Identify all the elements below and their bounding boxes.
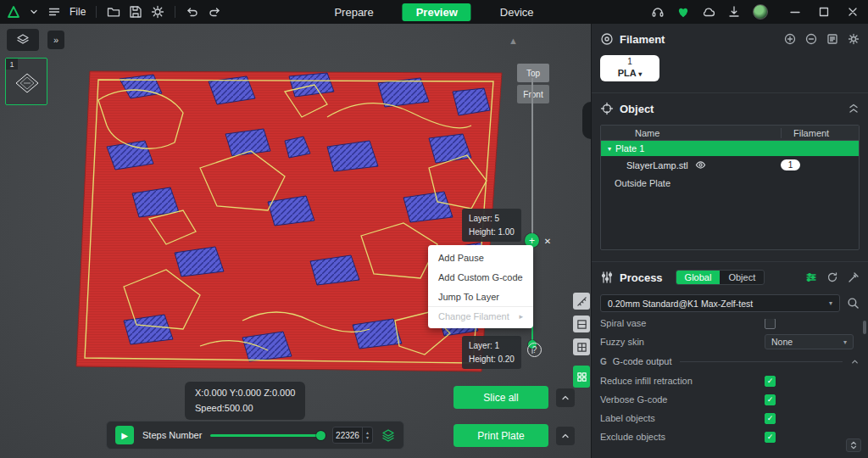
scope-object[interactable]: Object bbox=[720, 271, 764, 284]
chevron-up-icon[interactable] bbox=[850, 357, 860, 366]
process-sliders-icon bbox=[600, 271, 614, 284]
grid-view-button[interactable] bbox=[573, 338, 590, 355]
expand-triangle-icon[interactable]: ▾ bbox=[608, 145, 611, 153]
gcode-output-group[interactable]: G G-code output bbox=[600, 351, 860, 371]
apps-panel-button[interactable] bbox=[573, 366, 590, 388]
menu-item-jump-to-layer[interactable]: Jump To Layer bbox=[428, 287, 533, 306]
flush-options-icon[interactable] bbox=[826, 33, 838, 45]
panel-collapse-handle[interactable] bbox=[582, 102, 591, 139]
filament-slot-number: 1 bbox=[600, 57, 659, 68]
file-menu[interactable]: File bbox=[70, 6, 86, 18]
stepper-down-icon[interactable]: ▾ bbox=[366, 435, 369, 440]
scope-global[interactable]: Global bbox=[676, 271, 721, 284]
section-view-button[interactable] bbox=[573, 316, 590, 332]
tab-preview[interactable]: Preview bbox=[403, 3, 471, 21]
help-button[interactable]: ? bbox=[527, 343, 542, 357]
preview-viewport[interactable]: » 1 ▲ Top Front + ✕ Layer: 5 Height: 1.0… bbox=[0, 24, 591, 458]
layer-tooltip-bottom-layer: Layer: 1 bbox=[469, 339, 515, 353]
expand-toolbar-button[interactable]: » bbox=[47, 31, 64, 49]
checkbox-reduce-infill-retraction[interactable]: ✓ bbox=[765, 376, 776, 387]
print-plate-button[interactable]: Print Plate bbox=[453, 424, 548, 447]
steps-slider[interactable] bbox=[210, 434, 324, 437]
fuzzy-skin-select[interactable]: None ▾ bbox=[765, 334, 854, 349]
headset-support-icon[interactable] bbox=[651, 5, 665, 19]
settings-scrollbar[interactable] bbox=[863, 321, 866, 334]
table-row-plate-1[interactable]: ▾ Plate 1 bbox=[601, 141, 859, 156]
search-preset-icon[interactable] bbox=[847, 297, 860, 310]
table-row-outside-plate[interactable]: Outside Plate bbox=[601, 174, 859, 192]
add-filament-icon[interactable] bbox=[784, 33, 796, 45]
cloud-icon[interactable] bbox=[702, 5, 715, 19]
position-speed: Speed:500.00 bbox=[195, 401, 295, 416]
object-table-header: Name Filament bbox=[601, 126, 859, 141]
filament-settings-gear-icon[interactable] bbox=[848, 33, 860, 45]
plate-thumbnail-preview bbox=[13, 69, 42, 98]
tab-device[interactable]: Device bbox=[492, 3, 542, 21]
measure-icon bbox=[576, 296, 587, 307]
play-button[interactable]: ▶ bbox=[115, 426, 134, 444]
slice-options-button[interactable] bbox=[556, 388, 575, 407]
setting-label: Verbose G-code bbox=[600, 394, 668, 405]
chevron-down-icon[interactable] bbox=[29, 7, 39, 17]
setting-label-objects: Label objects ✓ bbox=[600, 409, 860, 427]
object-name: SlayerLamp.stl bbox=[626, 160, 688, 170]
menu-icon[interactable] bbox=[47, 5, 61, 19]
filament-material-dropdown[interactable]: PLA ▾ bbox=[600, 68, 659, 80]
pan-up-arrow-icon[interactable]: ▲ bbox=[509, 36, 518, 46]
menu-item-add-custom-gcode[interactable]: Add Custom G-code bbox=[428, 267, 533, 287]
checkbox-spiral-vase[interactable] bbox=[765, 319, 776, 329]
section-icon bbox=[576, 319, 587, 330]
steps-value-box[interactable]: 22326 ▴ ▾ bbox=[332, 427, 373, 444]
menu-item-change-filament[interactable]: Change Filament ▸ bbox=[428, 306, 533, 326]
undo-icon[interactable] bbox=[186, 5, 199, 19]
plate-list-button[interactable] bbox=[7, 29, 39, 51]
checkbox-exclude-objects[interactable]: ✓ bbox=[765, 432, 776, 443]
close-icon[interactable] bbox=[846, 5, 860, 19]
steps-slider-knob[interactable] bbox=[316, 431, 326, 440]
download-icon[interactable] bbox=[727, 5, 741, 19]
maximize-icon[interactable] bbox=[817, 5, 831, 19]
settings-gear-icon[interactable] bbox=[151, 5, 164, 19]
steps-stepper: ▴ ▾ bbox=[362, 427, 372, 443]
slider-close-icon[interactable]: ✕ bbox=[542, 235, 554, 247]
app-grid-icon bbox=[576, 371, 587, 383]
open-folder-icon[interactable] bbox=[107, 5, 120, 19]
expand-vertical-icon bbox=[849, 441, 858, 450]
layer-context-menu: Add Pause Add Custom G-code Jump To Laye… bbox=[428, 245, 533, 328]
checkbox-verbose-gcode[interactable]: ✓ bbox=[765, 394, 776, 405]
redo-icon[interactable] bbox=[208, 5, 221, 19]
steps-value[interactable]: 22326 bbox=[333, 431, 362, 440]
view-top-button[interactable]: Top bbox=[517, 64, 549, 82]
visibility-eye-icon[interactable] bbox=[695, 159, 706, 170]
setting-label: Reduce infill retraction bbox=[600, 376, 693, 386]
preset-select[interactable]: 0.20mm Standard@K1 Max-Zelf-test ▾ bbox=[600, 294, 840, 312]
layer-stack-icon[interactable] bbox=[381, 428, 395, 442]
filament-slot-1[interactable]: 1 PLA ▾ bbox=[600, 55, 659, 81]
collapse-all-icon[interactable] bbox=[848, 103, 860, 114]
measure-tool-button[interactable] bbox=[573, 293, 590, 310]
print-options-button[interactable] bbox=[556, 427, 575, 445]
favorites-heart-icon[interactable] bbox=[676, 5, 690, 19]
reset-params-icon[interactable] bbox=[826, 271, 838, 283]
app-logo-icon[interactable] bbox=[7, 5, 20, 19]
layer-tooltip-top-layer: Layer: 5 bbox=[469, 212, 515, 226]
minimize-icon[interactable] bbox=[788, 5, 802, 19]
user-avatar[interactable] bbox=[753, 4, 768, 20]
slice-all-button[interactable]: Slice all bbox=[453, 386, 548, 409]
gcode-preview-canvas[interactable] bbox=[73, 66, 507, 377]
tune-params-icon[interactable] bbox=[805, 271, 817, 283]
view-front-button[interactable]: Front bbox=[517, 85, 549, 103]
checkbox-label-objects[interactable]: ✓ bbox=[765, 413, 776, 424]
tab-prepare[interactable]: Prepare bbox=[326, 3, 381, 21]
expand-panel-button[interactable] bbox=[846, 438, 861, 452]
remove-filament-icon[interactable] bbox=[805, 33, 817, 45]
save-icon[interactable] bbox=[129, 5, 142, 19]
table-row-object[interactable]: SlayerLamp.stl 1 bbox=[601, 156, 859, 174]
advanced-params-icon[interactable] bbox=[848, 271, 860, 283]
layer-tooltip-bottom-height: Height: 0.20 bbox=[469, 353, 515, 366]
column-filament: Filament bbox=[781, 128, 859, 138]
process-scope-toggle: Global Object bbox=[676, 270, 765, 285]
plate-thumbnail[interactable]: 1 bbox=[5, 58, 47, 105]
object-filament-badge[interactable]: 1 bbox=[781, 159, 800, 170]
menu-item-add-pause[interactable]: Add Pause bbox=[428, 248, 533, 267]
